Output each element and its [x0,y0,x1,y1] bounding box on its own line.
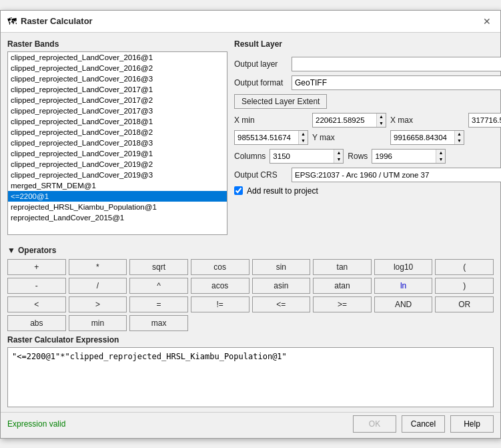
ymin-down[interactable]: ▼ [298,138,308,144]
output-format-row: Output format GeoTIFFERDAS Imagine Image… [234,75,501,90]
coords-grid: X min ▲ ▼ X max ▲ ▼ [234,113,501,145]
ymin-spinners: ▲ ▼ [298,131,308,144]
app-icon: 🗺 [7,16,17,27]
operators-section: ▼ Operators +*sqrtcossintanlog10(-/^acos… [1,242,500,331]
operator-button-abs[interactable]: abs [7,315,66,331]
operator-button-AND[interactable]: AND [374,296,433,312]
xmin-spinners: ▲ ▼ [376,114,386,127]
crs-input-wrapper: ▼ [292,168,501,182]
xmin-label: X min [234,116,308,125]
add-result-row: Add result to project [234,186,501,196]
ymax-down[interactable]: ▼ [454,138,464,144]
band-item[interactable]: merged_SRTM_DEM@1 [8,180,227,191]
band-item[interactable]: clipped_reprojected_LandCover_2018@2 [8,127,227,138]
band-item[interactable]: clipped_reprojected_LandCover_2016@1 [8,52,227,63]
operator-button-min[interactable]: min [69,315,127,331]
ymin-up[interactable]: ▲ [298,131,308,138]
operator-button-OR[interactable]: OR [435,296,494,312]
result-section: Output layer ... Output format GeoTIFFER… [234,57,501,196]
band-item[interactable]: clipped_reprojected_LandCover_2016@2 [8,63,227,73]
columns-up[interactable]: ▲ [334,150,343,156]
output-layer-row: Output layer ... [234,57,501,71]
operator-button-[interactable]: ( [435,259,494,275]
columns-spinners: ▲ ▼ [334,150,343,163]
xmin-down[interactable]: ▼ [376,120,386,127]
right-panel: Result Layer Output layer ... Output for… [234,39,501,235]
band-item[interactable]: clipped_reprojected_LandCover_2017@1 [8,84,227,95]
ymax-label: Y max [312,133,386,142]
expression-input[interactable] [7,347,494,407]
operator-button-[interactable]: - [7,278,66,294]
ymax-input[interactable] [391,131,454,144]
operator-button-sin[interactable]: sin [252,259,311,275]
xmin-up[interactable]: ▲ [376,114,386,120]
ymin-input-wrapper: ▲ ▼ [234,130,308,145]
operator-button-[interactable]: / [69,278,127,294]
title-bar-left: 🗺 Raster Calculator [7,16,93,27]
operator-button-ln[interactable]: ln [374,278,433,294]
main-content: Raster Bands clipped_reprojected_LandCov… [1,33,500,242]
band-item[interactable]: clipped_reprojected_LandCover_2019@2 [8,159,227,170]
output-format-select[interactable]: GeoTIFFERDAS Imagine ImagesENVI .hdr Lab… [292,75,501,90]
rows-down[interactable]: ▼ [436,156,445,163]
xmax-input[interactable] [469,114,501,127]
add-result-checkbox[interactable] [234,186,243,195]
rows-up[interactable]: ▲ [436,150,445,156]
ok-button[interactable]: OK [353,415,396,433]
operator-button-[interactable]: ) [435,278,494,294]
band-item[interactable]: clipped_reprojected_LandCover_2017@3 [8,105,227,116]
operator-button-log10[interactable]: log10 [374,259,433,275]
operator-button-cos[interactable]: cos [191,259,249,275]
columns-input[interactable] [270,150,334,163]
operator-button-[interactable]: != [191,296,249,312]
operator-button-max[interactable]: max [129,315,188,331]
output-crs-label: Output CRS [234,170,288,180]
ymax-up[interactable]: ▲ [454,131,464,138]
ymax-spinners: ▲ ▼ [454,131,464,144]
operator-button-[interactable]: ^ [129,278,188,294]
band-item[interactable]: clipped_reprojected_LandCover_2019@3 [8,170,227,180]
close-button[interactable]: ✕ [480,15,494,28]
left-panel: Raster Bands clipped_reprojected_LandCov… [7,39,227,235]
extent-button[interactable]: Selected Layer Extent [234,94,327,109]
rows-input[interactable] [372,150,436,163]
title-bar: 🗺 Raster Calculator ✕ [1,11,500,33]
result-layer-title: Result Layer [234,39,501,49]
band-item[interactable]: clipped_reprojected_LandCover_2018@1 [8,116,227,127]
status-bar: Expression valid OK Cancel Help [1,412,500,438]
ymin-input[interactable] [235,131,298,144]
crs-row: Output CRS ▼ ⚙ [234,168,501,182]
band-item[interactable]: clipped_reprojected_LandCover_2016@3 [8,73,227,84]
operator-button-[interactable]: = [129,296,188,312]
xmin-input[interactable] [313,114,376,127]
band-item[interactable]: reprojected_LandCover_2015@1 [8,212,227,223]
operator-button-tan[interactable]: tan [313,259,372,275]
operator-button-[interactable]: * [69,259,127,275]
operators-grid: +*sqrtcossintanlog10(-/^acosasinatanln)<… [7,259,494,331]
crs-input[interactable] [292,168,501,182]
extent-btn-row: Selected Layer Extent [234,94,501,109]
operator-button-acos[interactable]: acos [191,278,249,294]
add-result-label[interactable]: Add result to project [247,186,318,196]
band-item[interactable]: reprojected_HRSL_Kiambu_Population@1 [8,202,227,212]
operator-button-[interactable]: + [7,259,66,275]
cancel-button[interactable]: Cancel [402,415,445,433]
columns-down[interactable]: ▼ [334,156,343,163]
expression-valid-text: Expression valid [7,419,65,429]
operator-button-[interactable]: < [7,296,66,312]
operator-button-[interactable]: >= [313,296,372,312]
band-item[interactable]: clipped_reprojected_LandCover_2017@2 [8,95,227,105]
band-item[interactable]: clipped_reprojected_LandCover_2019@1 [8,148,227,159]
operator-button-atan[interactable]: atan [313,278,372,294]
band-item[interactable]: clipped_reprojected_LandCover_2018@3 [8,138,227,148]
operator-button-[interactable]: <= [252,296,311,312]
output-layer-input[interactable] [292,57,501,71]
operator-button-sqrt[interactable]: sqrt [129,259,188,275]
help-button[interactable]: Help [450,415,494,433]
operator-button-asin[interactable]: asin [252,278,311,294]
band-list[interactable]: clipped_reprojected_LandCover_2016@1clip… [7,51,227,235]
band-item[interactable]: <=2200@1 [8,191,227,202]
columns-label: Columns [234,152,266,161]
operators-collapse-arrow[interactable]: ▼ [7,246,15,255]
operator-button-[interactable]: > [69,296,127,312]
